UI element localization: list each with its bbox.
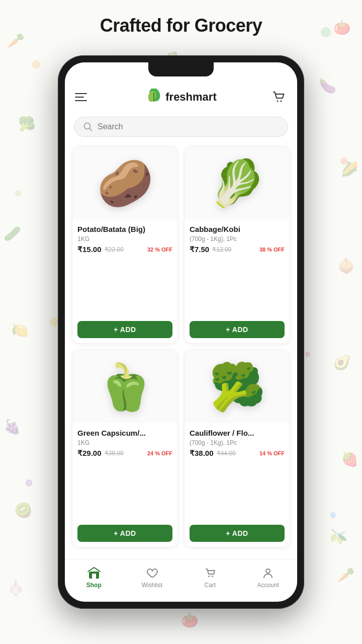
nav-item-cart[interactable]: Cart	[195, 567, 225, 589]
product-emoji-capsicum: 🫑	[97, 364, 153, 410]
discount-badge-potato: 32 % OFF	[147, 247, 172, 253]
nav-label-cart: Cart	[204, 582, 216, 589]
add-button-cabbage[interactable]: + ADD	[190, 321, 285, 338]
price-row-capsicum: ₹29.00 ₹38.00 24 % OFF	[77, 449, 172, 458]
phone-notch	[148, 62, 214, 76]
product-card-cauliflower: 🥦 Cauliflower / Flo... (700g - 1Kg), 1Pc…	[184, 350, 290, 547]
product-name-potato: Potato/Batata (Big)	[77, 224, 172, 234]
product-weight-cabbage: (700g - 1Kg), 1Pc	[190, 235, 285, 243]
price-current-cabbage: ₹7.50	[190, 245, 209, 254]
nav-item-shop[interactable]: Shop	[79, 567, 109, 589]
product-info-cauliflower: Cauliflower / Flo... (700g - 1Kg), 1Pc ₹…	[185, 423, 290, 522]
app-name: freshmart	[165, 91, 216, 104]
product-name-cauliflower: Cauliflower / Flo...	[190, 428, 285, 438]
product-name-capsicum: Green Capsicum/...	[77, 428, 172, 438]
product-info-cabbage: Cabbage/Kobi (700g - 1Kg), 1Pc ₹7.50 ₹12…	[185, 219, 290, 318]
svg-rect-8	[92, 574, 96, 579]
price-row-cabbage: ₹7.50 ₹12.00 38 % OFF	[190, 245, 285, 254]
svg-point-10	[212, 576, 213, 577]
svg-point-4	[280, 101, 282, 102]
bottom-nav: Shop Wishlist Cart	[65, 559, 297, 602]
product-image-cabbage: 🥬	[185, 146, 290, 219]
price-row-potato: ₹15.00 ₹22.00 32 % OFF	[77, 245, 172, 254]
nav-label-account: Account	[257, 582, 279, 589]
price-current-potato: ₹15.00	[77, 245, 102, 254]
nav-item-account[interactable]: Account	[253, 567, 283, 589]
product-emoji-potato: 🥔	[97, 160, 153, 206]
search-input[interactable]	[98, 122, 279, 131]
cart-header-button[interactable]	[270, 89, 287, 106]
price-row-cauliflower: ₹38.00 ₹44.00 14 % OFF	[190, 449, 285, 458]
svg-line-6	[89, 128, 92, 131]
product-info-potato: Potato/Batata (Big) 1KG ₹15.00 ₹22.00 32…	[72, 219, 177, 318]
wishlist-icon	[145, 567, 158, 580]
product-info-capsicum: Green Capsicum/... 1KG ₹29.00 ₹38.00 24 …	[72, 423, 177, 522]
nav-label-shop: Shop	[86, 582, 102, 589]
nav-item-wishlist[interactable]: Wishlist	[137, 567, 167, 589]
product-name-cabbage: Cabbage/Kobi	[190, 224, 285, 234]
price-original-potato: ₹22.00	[105, 246, 124, 253]
account-icon	[261, 567, 275, 580]
add-button-cauliflower[interactable]: + ADD	[190, 525, 285, 542]
product-weight-potato: 1KG	[77, 235, 172, 243]
page-headline: Crafted for Grocery	[0, 15, 362, 36]
product-weight-cauliflower: (700g - 1Kg), 1Pc	[190, 439, 285, 446]
nav-label-wishlist: Wishlist	[142, 582, 162, 589]
shop-icon	[87, 567, 101, 580]
product-emoji-cauliflower: 🥦	[209, 364, 265, 410]
menu-line-1	[75, 93, 87, 94]
search-bar[interactable]	[74, 117, 288, 137]
menu-button[interactable]	[75, 89, 92, 106]
product-image-potato: 🥔	[72, 146, 177, 219]
product-image-cauliflower: 🥦	[185, 350, 290, 423]
search-icon	[83, 122, 93, 131]
price-original-cabbage: ₹12.00	[212, 246, 231, 253]
price-current-capsicum: ₹29.00	[77, 449, 102, 458]
logo-leaf-icon	[145, 89, 162, 106]
cart-nav-icon	[204, 567, 217, 580]
svg-point-3	[277, 101, 278, 102]
discount-badge-cauliflower: 14 % OFF	[259, 450, 285, 456]
product-weight-capsicum: 1KG	[77, 439, 172, 446]
add-button-potato[interactable]: + ADD	[77, 321, 172, 338]
menu-line-3	[75, 100, 87, 101]
product-card-potato: 🥔 Potato/Batata (Big) 1KG ₹15.00 ₹22.00 …	[72, 146, 178, 344]
app-logo: freshmart	[145, 89, 216, 106]
svg-point-11	[266, 569, 270, 573]
add-button-capsicum[interactable]: + ADD	[77, 525, 172, 542]
product-card-cabbage: 🥬 Cabbage/Kobi (700g - 1Kg), 1Pc ₹7.50 ₹…	[184, 146, 290, 344]
price-current-cauliflower: ₹38.00	[190, 449, 214, 458]
products-grid: 🥔 Potato/Batata (Big) 1KG ₹15.00 ₹22.00 …	[65, 144, 297, 593]
phone-screen: freshmart 🥔	[65, 62, 297, 602]
product-image-capsicum: 🫑	[72, 350, 177, 423]
menu-line-2	[75, 97, 84, 98]
product-card-capsicum: 🫑 Green Capsicum/... 1KG ₹29.00 ₹38.00 2…	[72, 350, 178, 547]
discount-badge-capsicum: 24 % OFF	[147, 450, 172, 456]
discount-badge-cabbage: 38 % OFF	[259, 247, 285, 253]
product-emoji-cabbage: 🥬	[209, 160, 265, 206]
price-original-cauliflower: ₹44.00	[217, 450, 236, 457]
svg-point-9	[208, 576, 210, 577]
phone-frame: freshmart 🥔	[58, 55, 304, 609]
price-original-capsicum: ₹38.00	[105, 450, 124, 457]
